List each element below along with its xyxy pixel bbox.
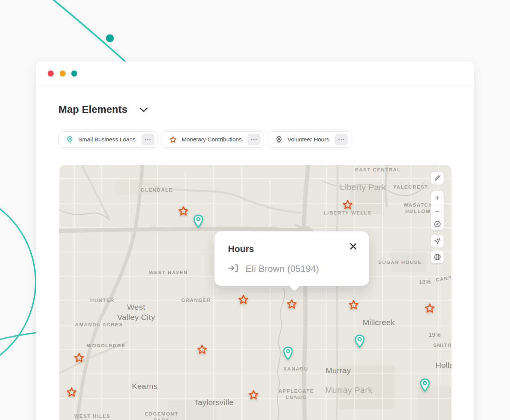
page-title: Map Elements: [58, 104, 128, 116]
filter-chip-volunteer-hours[interactable]: Volunteer Hours: [268, 131, 351, 148]
zoom-in-button[interactable]: +: [431, 191, 444, 204]
ellipsis-icon[interactable]: [335, 134, 348, 145]
star-marker-icon[interactable]: [348, 299, 359, 310]
compass-icon[interactable]: [431, 218, 444, 230]
filter-chip-monetary-contributions[interactable]: Monetary Contributions: [162, 131, 264, 148]
edit-map-button-group: [431, 172, 444, 184]
locate-button-group: [431, 235, 444, 248]
map-popup: Hours Eli Brown (05194): [214, 231, 369, 286]
globe-icon[interactable]: [431, 250, 444, 263]
zoom-out-button[interactable]: −: [431, 204, 444, 217]
window-close-dot[interactable]: [48, 70, 54, 76]
pin-icon: [275, 136, 283, 143]
popup-entry-row[interactable]: Eli Brown (05194): [228, 264, 319, 274]
pin-marker-icon[interactable]: [282, 346, 294, 360]
filter-chip-label: Small Business Loans: [78, 136, 136, 143]
ellipsis-icon[interactable]: [141, 134, 154, 145]
popup-entry-text: Eli Brown (05194): [246, 264, 319, 274]
pin-marker-icon[interactable]: [354, 334, 365, 348]
star-marker-icon[interactable]: [74, 352, 85, 363]
filter-chip-small-business-loans[interactable]: Small Business Loans: [58, 131, 158, 148]
close-icon[interactable]: [346, 240, 360, 253]
app-window: Map Elements Small Business Loans M: [36, 62, 474, 420]
ellipsis-icon[interactable]: [248, 134, 261, 145]
star-marker-icon[interactable]: [286, 298, 297, 310]
map-canvas[interactable]: EAST CENTRAL Liberty Park YALECREST WASA…: [59, 165, 452, 420]
map-roads-layer: [59, 165, 452, 420]
star-marker-icon[interactable]: [424, 303, 435, 314]
chevron-down-icon[interactable]: [140, 107, 148, 114]
navigation-arrow-icon[interactable]: [431, 235, 444, 248]
star-marker-icon[interactable]: [248, 389, 259, 400]
filter-chip-label: Monetary Contributions: [182, 136, 242, 143]
popup-title: Hours: [228, 244, 254, 254]
star-marker-icon[interactable]: [178, 206, 189, 217]
star-icon: [169, 136, 177, 144]
globe-button-group: [431, 250, 444, 263]
star-marker-icon[interactable]: [196, 344, 208, 355]
zoom-control-group: + −: [431, 191, 444, 230]
sign-in-arrow-icon: [228, 264, 238, 274]
star-marker-icon[interactable]: [66, 387, 77, 398]
window-maximize-dot[interactable]: [71, 70, 77, 76]
window-minimize-dot[interactable]: [60, 70, 66, 76]
pin-marker-icon[interactable]: [193, 214, 204, 228]
pin-icon: [66, 136, 74, 143]
filter-chip-label: Volunteer Hours: [288, 136, 329, 143]
filter-chip-row: Small Business Loans Monetary Contributi…: [58, 131, 452, 148]
pin-marker-icon[interactable]: [419, 378, 430, 392]
pencil-icon[interactable]: [431, 172, 444, 184]
star-marker-icon[interactable]: [342, 199, 353, 210]
star-marker-icon[interactable]: [238, 294, 249, 305]
window-titlebar: [36, 62, 474, 86]
